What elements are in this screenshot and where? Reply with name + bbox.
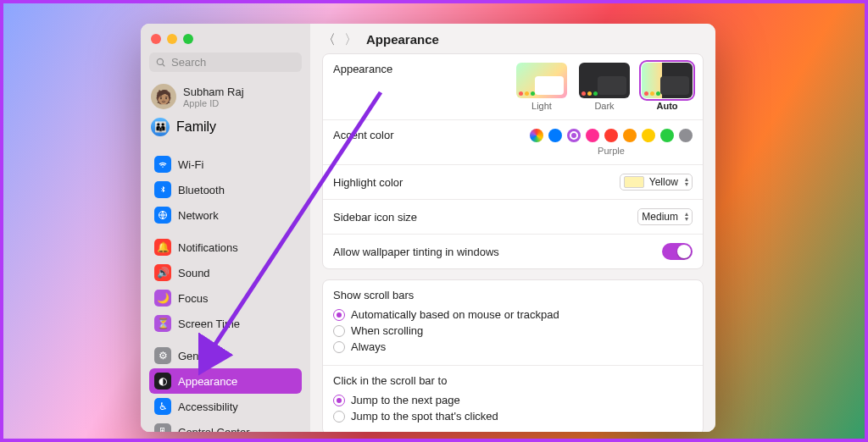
accent-swatch-graphite[interactable]: [679, 129, 693, 142]
click-scrollbar-option-nextpage[interactable]: Jump to the next page: [333, 394, 498, 406]
click-scrollbar-label: Click in the scroll bar to: [333, 374, 447, 387]
sidebar-icon-size-value: Medium: [642, 211, 678, 223]
accent-swatch-green[interactable]: [660, 129, 674, 142]
theme-option-dark[interactable]: Dark: [579, 63, 630, 111]
sidebar-item-wifi[interactable]: Wi-Fi: [149, 152, 302, 177]
forward-button[interactable]: 〉: [344, 33, 358, 47]
theme-label: Dark: [594, 101, 614, 111]
highlight-color-popup[interactable]: Yellow ▴▾: [620, 174, 693, 191]
sidebar: Search 🧑🏽 Subham Raj Apple ID 👪 Family W…: [141, 24, 310, 432]
sidebar-item-label: General: [178, 350, 217, 362]
radio-icon: [333, 411, 345, 423]
wallpaper-tint-label: Allow wallpaper tinting in windows: [333, 246, 499, 258]
accent-swatch-orange[interactable]: [623, 129, 637, 142]
sidebar-item-label: Accessibility: [178, 401, 238, 413]
appearance-row: Appearance Light Dark Auto: [323, 54, 703, 119]
sidebar-item-bluetooth[interactable]: Bluetooth: [149, 177, 302, 202]
sidebar-item-label: Screen Time: [178, 318, 240, 330]
accent-swatch-yellow[interactable]: [642, 129, 655, 142]
speaker-icon: 🔊: [154, 264, 171, 281]
user-sub: Apple ID: [183, 98, 244, 108]
click-scrollbar-section: Click in the scroll bar to Jump to the n…: [323, 365, 703, 432]
sidebar-item-label: Appearance: [178, 375, 237, 388]
scrollbars-option-always[interactable]: Always: [333, 340, 559, 353]
theme-thumb-light: [516, 63, 567, 98]
scrollbars-section: Show scroll bars Automatically based on …: [323, 280, 703, 365]
sidebar-item-notifications[interactable]: 🔔 Notifications: [149, 235, 302, 260]
minimize-icon[interactable]: [167, 34, 177, 44]
theme-thumb-dark: [579, 63, 630, 98]
radio-icon: [333, 325, 345, 337]
page-title: Appearance: [366, 32, 439, 47]
accent-swatch-multicolor[interactable]: [530, 129, 543, 142]
sidebar-item-label: Wi-Fi: [178, 158, 203, 171]
sidebar-item-appearance[interactable]: ◐ Appearance: [149, 368, 302, 394]
scrollbars-label: Show scroll bars: [333, 289, 414, 301]
theme-option-light[interactable]: Light: [516, 63, 567, 111]
sidebar-item-screentime[interactable]: ⏳ Screen Time: [149, 311, 302, 336]
zoom-icon[interactable]: [183, 34, 193, 44]
close-icon[interactable]: [151, 34, 161, 44]
accent-swatch-pink[interactable]: [586, 129, 599, 142]
accessibility-icon: ♿︎: [154, 398, 171, 415]
sidebar-item-sound[interactable]: 🔊 Sound: [149, 260, 302, 285]
sidebar-item-label: Focus: [178, 292, 208, 305]
wallpaper-tint-toggle[interactable]: [662, 243, 693, 260]
highlight-swatch: [624, 176, 644, 188]
titlebar: 〈 〉 Appearance: [310, 24, 715, 53]
sidebar-item-label: Notifications: [178, 241, 238, 254]
family-icon: 👪: [151, 118, 170, 136]
main-panel: 〈 〉 Appearance Appearance Light Da: [310, 24, 715, 432]
sidebar-item-label: Control Center: [178, 426, 250, 433]
accent-selected-name: Purple: [598, 146, 625, 156]
scrollbars-radio-group: Automatically based on mouse or trackpad…: [333, 305, 559, 356]
theme-option-auto[interactable]: Auto: [642, 63, 693, 111]
click-scrollbar-option-spot[interactable]: Jump to the spot that's clicked: [333, 410, 498, 423]
theme-thumb-auto: [642, 63, 693, 98]
sidebar-item-general[interactable]: ⚙ General: [149, 343, 302, 368]
search-input[interactable]: Search: [149, 52, 302, 72]
theme-label: Auto: [656, 101, 677, 111]
radio-icon: [333, 309, 345, 321]
hourglass-icon: ⏳: [154, 315, 171, 332]
appearance-icon: ◐: [154, 373, 171, 390]
stepper-icon: ▴▾: [685, 177, 688, 187]
apple-id-row[interactable]: 🧑🏽 Subham Raj Apple ID: [149, 80, 302, 116]
sidebar-icon-size-popup[interactable]: Medium ▴▾: [637, 208, 693, 225]
scrollbars-option-auto[interactable]: Automatically based on mouse or trackpad: [333, 308, 559, 321]
search-placeholder: Search: [171, 56, 206, 69]
bluetooth-icon: [154, 181, 171, 198]
scroll-card: Show scroll bars Automatically based on …: [322, 279, 704, 432]
theme-picker: Light Dark Auto: [516, 63, 693, 111]
stepper-icon: ▴▾: [685, 212, 688, 222]
wifi-icon: [154, 156, 171, 173]
sidebar-item-focus[interactable]: 🌙 Focus: [149, 285, 302, 311]
appearance-label: Appearance: [333, 63, 392, 75]
accent-swatch-blue[interactable]: [548, 129, 562, 142]
back-button[interactable]: 〈: [322, 33, 336, 47]
appearance-card: Appearance Light Dark Auto: [322, 53, 704, 269]
user-name: Subham Raj: [183, 86, 244, 98]
accent-swatch-red[interactable]: [604, 129, 618, 142]
scrollbars-option-scrolling[interactable]: When scrolling: [333, 324, 559, 337]
sidebar-item-network[interactable]: Network: [149, 202, 302, 228]
window-controls: [151, 34, 302, 44]
moon-icon: 🌙: [154, 290, 171, 307]
bell-icon: 🔔: [154, 239, 171, 256]
family-row[interactable]: 👪 Family: [149, 116, 302, 145]
sidebar-item-label: Network: [178, 209, 219, 222]
accent-swatch-row: [530, 129, 693, 142]
content: Appearance Light Dark Auto: [310, 53, 715, 432]
accent-color-row: Accent color Pur: [323, 119, 703, 164]
network-icon: [154, 207, 171, 224]
sidebar-item-label: Sound: [178, 267, 210, 279]
sidebar-item-controlcenter[interactable]: 🎚 Control Center: [149, 419, 302, 432]
wallpaper-tint-row: Allow wallpaper tinting in windows: [323, 234, 703, 268]
sidebar-icon-size-label: Sidebar icon size: [333, 211, 417, 224]
sidebar-icon-size-row: Sidebar icon size Medium ▴▾: [323, 199, 703, 234]
sidebar-item-accessibility[interactable]: ♿︎ Accessibility: [149, 394, 302, 419]
accent-swatch-purple[interactable]: [567, 129, 581, 142]
radio-icon: [333, 395, 345, 406]
sliders-icon: 🎚: [154, 423, 171, 432]
highlight-color-row: Highlight color Yellow ▴▾: [323, 164, 703, 199]
